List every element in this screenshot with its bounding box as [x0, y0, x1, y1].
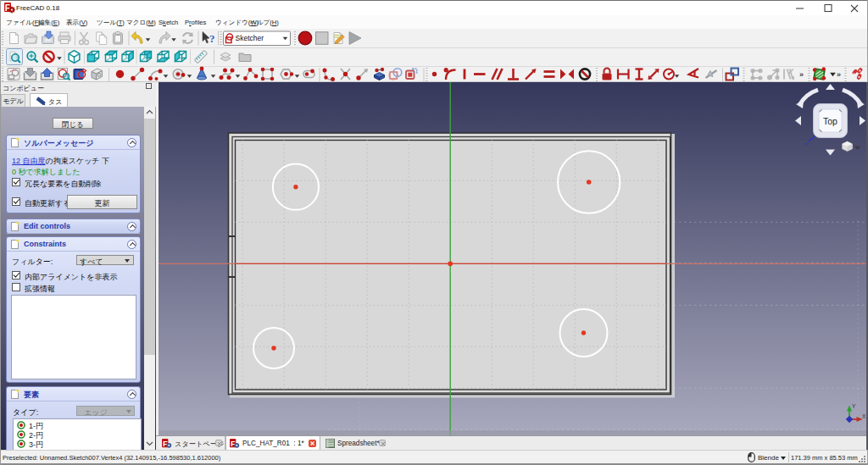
- svg-text:Sketcher: Sketcher: [236, 34, 264, 42]
- svg-text:Top: Top: [823, 116, 837, 126]
- svg-text:»: »: [837, 70, 841, 79]
- svg-text:z: z: [804, 141, 807, 147]
- svg-text:»: »: [799, 70, 804, 79]
- svg-text:F: F: [5, 3, 10, 13]
- svg-text:Y: Y: [852, 403, 856, 409]
- svg-text:?: ?: [209, 32, 215, 45]
